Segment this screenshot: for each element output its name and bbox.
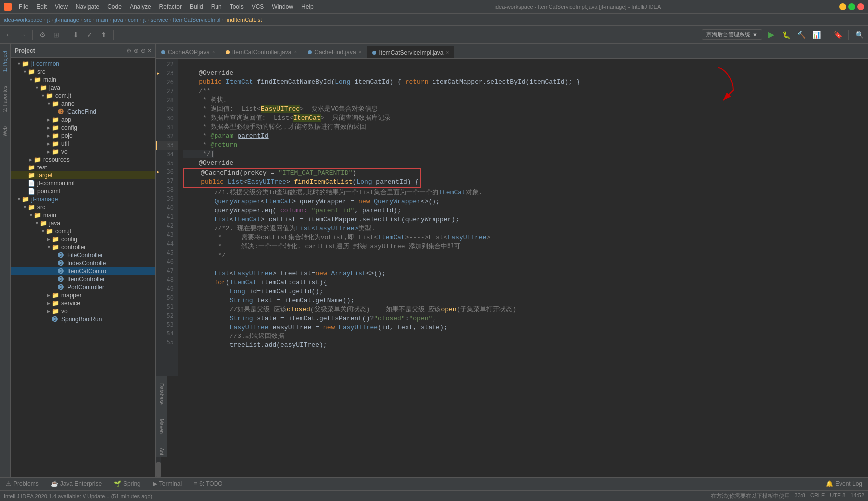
tab-close-icon[interactable]: × — [359, 49, 362, 55]
tree-item-anno[interactable]: ▼ 📁 anno — [11, 100, 155, 108]
menu-tools[interactable]: Tools — [227, 2, 247, 11]
settings-button[interactable]: ⚙ — [36, 29, 48, 41]
breadcrumb-item[interactable]: service — [151, 17, 168, 23]
minimize-button[interactable] — [839, 3, 846, 10]
breadcrumb-item[interactable]: src — [84, 17, 91, 23]
tree-item-jt-common[interactable]: ▼ 📁 jt-common — [11, 60, 155, 68]
sidebar-item-project[interactable]: 1: Project — [1, 49, 9, 74]
menu-build[interactable]: Build — [187, 2, 206, 11]
tab-close-icon[interactable]: × — [212, 49, 215, 55]
tree-item-manage-config[interactable]: ▶ 📁 config — [11, 235, 155, 243]
tab-terminal[interactable]: ▶ Terminal — [147, 479, 188, 489]
sidebar-database[interactable]: Database — [158, 381, 165, 407]
menu-refactor[interactable]: Refactor — [156, 2, 185, 11]
tree-item-manage-src[interactable]: ▼ 📁 src — [11, 203, 155, 211]
sidebar-item-web[interactable]: Web — [1, 124, 9, 138]
tree-item-springbootrun[interactable]: 🅒 SpringBootRun — [11, 315, 155, 323]
tree-item-manage-comjt[interactable]: ▼ 📁 com.jt — [11, 227, 155, 235]
breadcrumb-item[interactable]: java — [113, 17, 123, 23]
tree-item-java[interactable]: ▼ 📁 java — [11, 84, 155, 92]
tree-item-service[interactable]: ▶ 📁 service — [11, 299, 155, 307]
tree-item-portcontroller[interactable]: 🅒 PortController — [11, 283, 155, 291]
forward-button[interactable]: → — [17, 29, 29, 41]
breadcrumb-item[interactable]: jt — [47, 17, 50, 23]
breadcrumb-item[interactable]: jt — [143, 17, 146, 23]
back-button[interactable]: ← — [3, 29, 15, 41]
tree-item-vo[interactable]: ▶ 📁 vo — [11, 148, 155, 156]
tree-item-manage-java[interactable]: ▼ 📁 java — [11, 219, 155, 227]
tab-itemcatcontroller[interactable]: ItemCatController.java × — [220, 45, 303, 58]
code-editor[interactable]: 22 23 26 27 28 29 30 31 32 33 34 35 36 3… — [156, 59, 868, 376]
tree-item-common-iml[interactable]: 📄 jt-common.iml — [11, 179, 155, 187]
tree-item-indexcontroller[interactable]: 🅒 IndexControlle — [11, 259, 155, 267]
menu-run[interactable]: Run — [208, 2, 225, 11]
tree-item-src[interactable]: ▼ 📁 src — [11, 68, 155, 76]
tab-spring[interactable]: 🌱 Spring — [108, 479, 147, 489]
tree-item-jt-manage[interactable]: ▼ 📁 jt-manage — [11, 195, 155, 203]
tree-item-pojo[interactable]: ▶ 📁 pojo — [11, 132, 155, 140]
menu-navigate[interactable]: Navigate — [73, 2, 102, 11]
breadcrumb-item[interactable]: ItemCatServiceImpl — [173, 17, 220, 23]
tab-itemcatserviceimpl[interactable]: ItemCatServiceImpl.java × — [367, 46, 454, 59]
git-update-button[interactable]: ⬇ — [70, 29, 82, 41]
project-gear-icon[interactable]: ⚙ — [126, 47, 132, 54]
menu-help[interactable]: Help — [298, 2, 317, 11]
tree-item-aop[interactable]: ▶ 📁 aop — [11, 116, 155, 124]
tab-cacheaop[interactable]: CacheAOP.java × — [156, 45, 220, 58]
menu-analyze[interactable]: Analyze — [127, 2, 154, 11]
profile-button[interactable]: 📊 — [810, 29, 822, 41]
git-push-button[interactable]: ⬆ — [98, 29, 110, 41]
tree-item-config[interactable]: ▶ 📁 config — [11, 124, 155, 132]
tab-todo[interactable]: ≡ 6: TODO — [188, 479, 229, 489]
tree-item-util[interactable]: ▶ 📁 util — [11, 140, 155, 148]
debug-button[interactable]: 🐛 — [780, 29, 792, 41]
breadcrumb-item[interactable]: com — [128, 17, 138, 23]
tab-cachefind[interactable]: CacheFind.java × — [302, 45, 367, 58]
menu-file[interactable]: File — [16, 2, 31, 11]
tree-item-vo2[interactable]: ▶ 📁 vo — [11, 307, 155, 315]
tree-item-target[interactable]: 📁 target — [11, 171, 155, 179]
tree-item-itemcatcontroller[interactable]: 🅒 ItemCatContro — [11, 267, 155, 275]
build-button[interactable]: 🔨 — [795, 29, 807, 41]
tab-problems[interactable]: ⚠ Problems — [0, 479, 45, 489]
breadcrumb-item[interactable]: idea-workspace — [4, 17, 42, 23]
tree-item-itemcontroller[interactable]: 🅒 ItemController — [11, 275, 155, 283]
code-content[interactable]: @Override public ItemCat findItemCatName… — [178, 59, 868, 376]
search-everywhere-button[interactable]: 🔍 — [853, 29, 865, 41]
project-collapse-icon[interactable]: ⊖ — [141, 47, 146, 54]
tab-event-log[interactable]: 🔔 Event Log — [820, 479, 868, 489]
tree-item-cachefind[interactable]: 🅒 CacheFind — [11, 108, 155, 116]
tab-java-enterprise[interactable]: ☕ Java Enterprise — [45, 479, 108, 489]
bookmark-button[interactable]: 🔖 — [832, 29, 844, 41]
sidebar-ant[interactable]: Ant — [158, 446, 165, 457]
tree-item-controller-folder[interactable]: ▼ 📁 controller — [11, 243, 155, 251]
sidebar-item-favorites[interactable]: 2: Favorites — [1, 84, 9, 114]
maximize-button[interactable] — [848, 3, 855, 10]
tree-item-common-pom[interactable]: 📄 pom.xml — [11, 187, 155, 195]
tab-close-icon[interactable]: × — [294, 49, 297, 55]
tree-item-resources[interactable]: ▶ 📁 resources — [11, 156, 155, 164]
menu-window[interactable]: Window — [269, 2, 296, 11]
tree-item-mapper[interactable]: ▶ 📁 mapper — [11, 291, 155, 299]
run-button[interactable]: ▶ — [765, 29, 777, 41]
project-expand-icon[interactable]: ⊕ — [134, 47, 139, 54]
tree-item-filecontroller[interactable]: 🅒 FileController — [11, 251, 155, 259]
tab-close-icon[interactable]: × — [446, 50, 449, 55]
tree-item-main[interactable]: ▼ 📁 main — [11, 76, 155, 84]
run-config-dropdown[interactable]: 京淘后台管理系统 ▼ — [702, 29, 762, 40]
menu-view[interactable]: View — [52, 2, 71, 11]
tree-item-manage-main[interactable]: ▼ 📁 main — [11, 211, 155, 219]
project-close-icon[interactable]: × — [148, 47, 151, 54]
breadcrumb-item[interactable]: jt-manage — [55, 17, 79, 23]
menu-edit[interactable]: Edit — [33, 2, 50, 11]
menu-vcs[interactable]: VCS — [249, 2, 267, 11]
close-button[interactable] — [857, 3, 864, 10]
breadcrumb-item[interactable]: main — [96, 17, 108, 23]
tree-item-test[interactable]: 📁 test — [11, 164, 155, 171]
structure-button[interactable]: ⊞ — [50, 29, 62, 41]
breadcrumb-item[interactable]: findItemCatList — [225, 17, 262, 23]
tree-item-comjt[interactable]: ▼ 📁 com.jt — [11, 92, 155, 100]
menu-code[interactable]: Code — [104, 2, 125, 11]
sidebar-maven[interactable]: Maven — [158, 417, 165, 436]
git-commit-button[interactable]: ✓ — [84, 29, 96, 41]
